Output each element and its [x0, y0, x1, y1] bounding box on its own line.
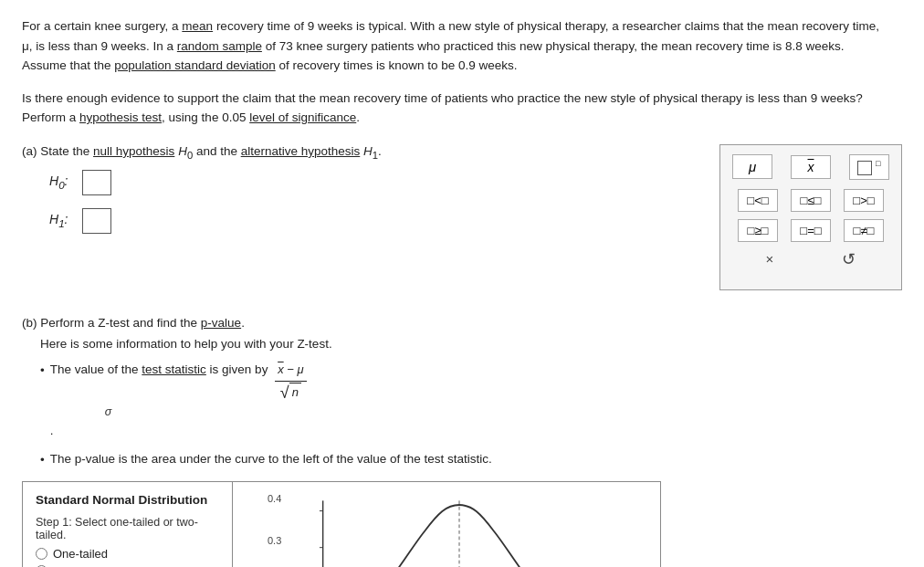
symbol-bottom-row: × ↺ [731, 249, 890, 269]
intro-text-6: of recovery times is known to be 0.9 wee… [276, 58, 518, 72]
random-sample-link[interactable]: random sample [177, 39, 262, 53]
distribution-box: Standard Normal Distribution Step 1: Sel… [22, 481, 661, 567]
one-tailed-radio[interactable] [36, 548, 47, 560]
intro-text-1: For a certain knee surgery, a [22, 19, 182, 33]
perform-text-b: , using the 0.05 [162, 110, 249, 124]
bullet-list: The value of the test statistic is given… [22, 360, 902, 470]
undo-icon: ↺ [842, 250, 856, 268]
undo-button[interactable]: ↺ [842, 249, 856, 269]
intro-text-3: μ, is less than 9 weeks. In a [22, 39, 177, 53]
bullet1-mid: is given by [206, 362, 271, 376]
dist-graph: 0.4 0.3 [233, 482, 660, 567]
greater-than-button[interactable]: □>□ [844, 189, 884, 212]
mu-button[interactable]: μ [732, 154, 772, 179]
sqrt-symbol: √ [280, 384, 289, 401]
perform-text: Perform a [22, 110, 79, 124]
square-sup: □ [876, 159, 880, 168]
less-than-button[interactable]: □<□ [738, 189, 778, 212]
dist-title: Standard Normal Distribution [36, 493, 219, 507]
sqrt-wrap: √n [280, 383, 301, 403]
greater-equal-button[interactable]: □≥□ [738, 219, 778, 242]
dist-controls: Standard Normal Distribution Step 1: Sel… [23, 482, 233, 567]
part-a-h1: H1. [360, 144, 382, 158]
pvalue-link[interactable]: p-value [201, 316, 241, 330]
not-equal-button[interactable]: □≠□ [844, 219, 884, 242]
bullet-2-text: The p-value is the area under the curve … [50, 449, 492, 469]
symbol-top-row: μ x □ [731, 154, 890, 180]
part-a-label: (a) State the null hypothesis H0 and the… [22, 144, 382, 161]
perform-text-c: . [356, 110, 360, 124]
part-b-end: . [241, 316, 245, 330]
dist-step1: Step 1: Select one-tailed or two-tailed. [36, 516, 219, 541]
less-than-symbol: □<□ [747, 194, 768, 207]
square-symbol [857, 161, 872, 175]
part-b-info: Here is some information to help you wit… [40, 337, 902, 351]
null-hyp-link[interactable]: null hypothesis [93, 144, 174, 158]
h0-row: H0: [49, 170, 382, 195]
bell-curve-svg [233, 492, 660, 567]
intro-text-5: Assume that the [22, 58, 114, 72]
sqrt-content: n [289, 383, 301, 403]
equals-symbol: □=□ [800, 224, 821, 237]
h0-label: H0: [49, 173, 75, 191]
part-a-text: (a) State the [22, 144, 93, 158]
symbol-row-2: □≥□ □=□ □≠□ [731, 219, 890, 242]
bullet1-pre: The value of the [50, 362, 142, 376]
intro-text-2: recovery time of 9 weeks is typical. Wit… [213, 19, 879, 33]
close-button[interactable]: × [766, 251, 774, 267]
formula: x − μ √n [275, 361, 306, 403]
question-paragraph: Is there enough evidence to support the … [22, 89, 902, 128]
h1-row: H1: [49, 208, 382, 234]
hypothesis-test-link[interactable]: hypothesis test [79, 110, 162, 124]
level-significance-link[interactable]: level of significance [249, 110, 356, 124]
mu-symbol: μ [749, 159, 756, 174]
xbar-button[interactable]: x [791, 155, 831, 179]
mean-link[interactable]: mean [182, 19, 213, 33]
part-b-label: (b) Perform a Z-test and find the p-valu… [22, 316, 902, 330]
part-b-section: (b) Perform a Z-test and find the p-valu… [22, 316, 902, 567]
y-label-03: 0.3 [268, 535, 281, 546]
fraction-formula: x − μ √n [275, 361, 306, 403]
pop-std-link[interactable]: population standard deviation [114, 58, 275, 72]
radio-group: One-tailed Two-tailed [36, 547, 219, 567]
h0-input[interactable] [82, 170, 111, 195]
period-formula: . [50, 424, 54, 437]
part-a-h0: H0 and the [174, 144, 240, 158]
hypotheses-block: H0: H1: [49, 170, 382, 234]
symbol-panel: μ x □ □<□ □≤□ □>□ □≥□ [719, 144, 902, 290]
sigma-text: σ [105, 403, 307, 421]
frac-denominator: √n [278, 382, 304, 403]
y-label-04: 0.4 [268, 493, 281, 504]
symbol-row-1: □<□ □≤□ □>□ [731, 189, 890, 212]
equals-button[interactable]: □=□ [791, 219, 831, 242]
greater-than-symbol: □>□ [853, 194, 874, 207]
test-stat-link[interactable]: test statistic [142, 362, 206, 376]
square-button[interactable]: □ [849, 154, 889, 180]
bullet-1-text: The value of the test statistic is given… [50, 360, 307, 440]
intro-text-4: of 73 knee surgery patients who practice… [262, 39, 845, 53]
one-tailed-row: One-tailed [36, 547, 219, 561]
bullet-1: The value of the test statistic is given… [40, 360, 902, 440]
intro-paragraph: For a certain knee surgery, a mean recov… [22, 16, 902, 76]
not-equal-symbol: □≠□ [854, 224, 875, 237]
greater-equal-symbol: □≥□ [748, 224, 769, 237]
part-a-section: (a) State the null hypothesis H0 and the… [22, 144, 902, 290]
h1-label: H1: [49, 212, 75, 229]
close-icon: × [766, 251, 774, 267]
info-text: Here is some information to help you wit… [40, 337, 332, 351]
xbar-symbol: x [808, 160, 814, 174]
one-tailed-label[interactable]: One-tailed [53, 547, 108, 561]
less-equal-button[interactable]: □≤□ [791, 189, 831, 212]
frac-numerator: x − μ [275, 361, 306, 382]
h1-input[interactable] [82, 208, 111, 234]
part-b-text: (b) Perform a Z-test and find the [22, 316, 201, 330]
less-equal-symbol: □≤□ [801, 194, 822, 207]
bullet-2: The p-value is the area under the curve … [40, 449, 902, 470]
part-a-left: (a) State the null hypothesis H0 and the… [22, 144, 382, 234]
question-text-main: Is there enough evidence to support the … [22, 91, 863, 105]
alt-hyp-link[interactable]: alternative hypothesis [241, 144, 361, 158]
